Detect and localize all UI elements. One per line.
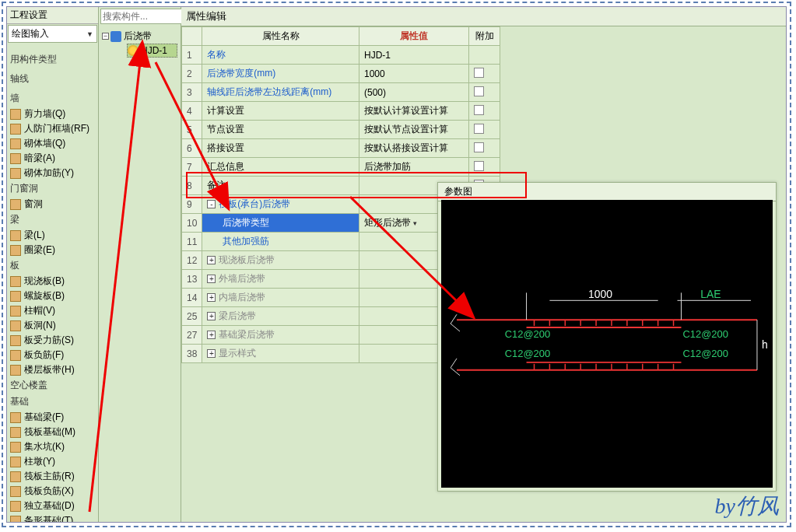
folder-icon bbox=[110, 31, 121, 42]
expand-icon[interactable]: + bbox=[207, 256, 216, 264]
component-item[interactable]: 圈梁(E) bbox=[7, 243, 98, 257]
prop-name-selected[interactable]: 后浇带类型 bbox=[202, 214, 359, 233]
svg-line-30 bbox=[451, 324, 460, 331]
diagram-body: 1000 LAE C12@200 C12@200 C12@200 C12@200… bbox=[441, 200, 773, 488]
component-item[interactable]: 柱帽(V) bbox=[7, 303, 98, 318]
group-found[interactable]: 基础 bbox=[7, 394, 98, 410]
component-label: 柱墩(Y) bbox=[24, 455, 55, 468]
prop-extra[interactable] bbox=[469, 46, 500, 65]
prop-name[interactable]: 备注 bbox=[202, 177, 359, 195]
component-icon bbox=[10, 199, 21, 210]
row-num: 8 bbox=[182, 177, 202, 195]
left-panel: 工程设置 绘图输入 ▼ 用构件类型 轴线 墙 剪力墙(Q)人防门框墙(RF)砌体… bbox=[7, 7, 99, 522]
prop-name[interactable]: 节点设置 bbox=[202, 121, 359, 139]
prop-name[interactable]: +显示样式 bbox=[202, 345, 359, 363]
component-item[interactable]: 筏板负筋(X) bbox=[7, 484, 98, 499]
prop-extra[interactable] bbox=[469, 102, 500, 121]
prop-value[interactable]: 按默认搭接设置计算 bbox=[359, 139, 468, 158]
expand-icon[interactable]: + bbox=[207, 331, 216, 339]
prop-extra[interactable] bbox=[469, 158, 500, 177]
expand-icon[interactable]: + bbox=[207, 275, 216, 283]
component-label: 筏板负筋(X) bbox=[24, 485, 74, 498]
checkbox[interactable] bbox=[474, 68, 484, 78]
expand-icon[interactable]: + bbox=[207, 312, 216, 320]
component-item[interactable]: 条形基础(T) bbox=[7, 513, 98, 522]
component-item[interactable]: 板负筋(F) bbox=[7, 348, 98, 362]
prop-name[interactable]: +外墙后浇带 bbox=[202, 270, 359, 289]
component-icon bbox=[10, 153, 21, 164]
prop-name[interactable]: 名称 bbox=[202, 46, 359, 65]
component-item[interactable]: 梁(L) bbox=[7, 228, 98, 243]
prop-name[interactable]: +基础梁后浇带 bbox=[202, 326, 359, 345]
component-label: 螺旋板(B) bbox=[24, 289, 65, 303]
chevron-down-icon[interactable]: ▾ bbox=[413, 219, 417, 227]
component-item[interactable]: 现浇板(B) bbox=[7, 274, 98, 289]
component-item[interactable]: 板受力筋(S) bbox=[7, 333, 98, 348]
component-label: 窗洞 bbox=[24, 198, 43, 211]
prop-name[interactable]: 计算设置 bbox=[202, 102, 359, 121]
col-value[interactable]: 属性值 bbox=[359, 27, 468, 46]
component-item[interactable]: 筏板基础(M) bbox=[7, 425, 98, 439]
component-item[interactable]: 砌体墙(Q) bbox=[7, 136, 98, 151]
component-item[interactable]: 窗洞 bbox=[7, 197, 98, 212]
checkbox[interactable] bbox=[474, 142, 484, 152]
component-item[interactable]: 柱墩(Y) bbox=[7, 454, 98, 469]
expand-icon[interactable]: + bbox=[207, 349, 216, 358]
component-icon bbox=[10, 427, 21, 438]
group-slab[interactable]: 板 bbox=[7, 257, 98, 274]
prop-extra[interactable] bbox=[469, 65, 500, 83]
prop-extra[interactable] bbox=[469, 83, 500, 102]
prop-value[interactable]: 按默认计算设置计算 bbox=[359, 102, 468, 121]
component-icon bbox=[10, 320, 21, 331]
prop-value[interactable]: HJD-1 bbox=[359, 46, 468, 65]
group-hollow[interactable]: 空心楼盖 bbox=[7, 377, 98, 394]
component-item[interactable]: 螺旋板(B) bbox=[7, 289, 98, 303]
component-icon bbox=[10, 457, 21, 467]
checkbox[interactable] bbox=[474, 86, 484, 96]
component-icon bbox=[10, 306, 21, 317]
component-item[interactable]: 楼层板带(H) bbox=[7, 362, 98, 377]
prop-name[interactable]: -筏板(承台)后浇带 bbox=[202, 195, 359, 214]
row-num: 7 bbox=[182, 158, 202, 177]
group-wall[interactable]: 墙 bbox=[7, 90, 98, 107]
collapse-icon[interactable]: - bbox=[207, 200, 216, 208]
checkbox[interactable] bbox=[474, 105, 484, 115]
prop-name[interactable]: 轴线距后浇带左边线距离(mm) bbox=[202, 83, 359, 102]
prop-extra[interactable] bbox=[469, 139, 500, 158]
component-item[interactable]: 筏板主筋(R) bbox=[7, 469, 98, 484]
prop-value[interactable]: 1000 bbox=[359, 65, 468, 83]
prop-value[interactable]: (500) bbox=[359, 83, 468, 102]
checkbox[interactable] bbox=[474, 161, 484, 171]
prop-name[interactable]: +内墙后浇带 bbox=[202, 289, 359, 307]
prop-name[interactable]: 搭接设置 bbox=[202, 139, 359, 158]
component-item[interactable]: 人防门框墙(RF) bbox=[7, 121, 98, 136]
prop-extra[interactable] bbox=[469, 121, 500, 139]
component-item[interactable]: 砌体加筋(Y) bbox=[7, 166, 98, 180]
prop-name[interactable]: 后浇带宽度(mm) bbox=[202, 65, 359, 83]
component-item[interactable]: 独立基础(D) bbox=[7, 499, 98, 513]
prop-name[interactable]: 汇总信息 bbox=[202, 158, 359, 177]
component-item[interactable]: 暗梁(A) bbox=[7, 151, 98, 166]
group-door[interactable]: 门窗洞 bbox=[7, 180, 98, 197]
diagram-window: 参数图 bbox=[437, 182, 777, 492]
checkbox[interactable] bbox=[474, 124, 484, 134]
prop-name[interactable]: 其他加强筋 bbox=[202, 233, 359, 251]
component-item[interactable]: 板洞(N) bbox=[7, 318, 98, 333]
component-item[interactable]: 基础梁(F) bbox=[7, 410, 98, 425]
tree-root-hjd[interactable]: 后浇带 bbox=[110, 29, 152, 44]
col-extra[interactable]: 附加 bbox=[469, 27, 500, 46]
component-item[interactable]: 剪力墙(Q) bbox=[7, 107, 98, 121]
prop-name[interactable]: +梁后浇带 bbox=[202, 307, 359, 326]
component-icon bbox=[10, 412, 21, 423]
prop-value[interactable]: 后浇带加筋 bbox=[359, 158, 468, 177]
col-name[interactable]: 属性名称 bbox=[202, 27, 359, 46]
expand-icon[interactable]: + bbox=[207, 293, 216, 302]
prop-value[interactable]: 按默认节点设置计算 bbox=[359, 121, 468, 139]
collapse-icon[interactable]: − bbox=[102, 33, 109, 40]
draw-input-selector[interactable]: 绘图输入 ▼ bbox=[8, 25, 97, 43]
group-beam[interactable]: 梁 bbox=[7, 212, 98, 228]
component-item[interactable]: 集水坑(K) bbox=[7, 439, 98, 454]
component-list: 墙 剪力墙(Q)人防门框墙(RF)砌体墙(Q)暗梁(A)砌体加筋(Y) 门窗洞 … bbox=[7, 89, 98, 522]
prop-name[interactable]: +现浇板后浇带 bbox=[202, 251, 359, 270]
tree-node-hjd1[interactable]: HJD-1 bbox=[127, 44, 177, 58]
